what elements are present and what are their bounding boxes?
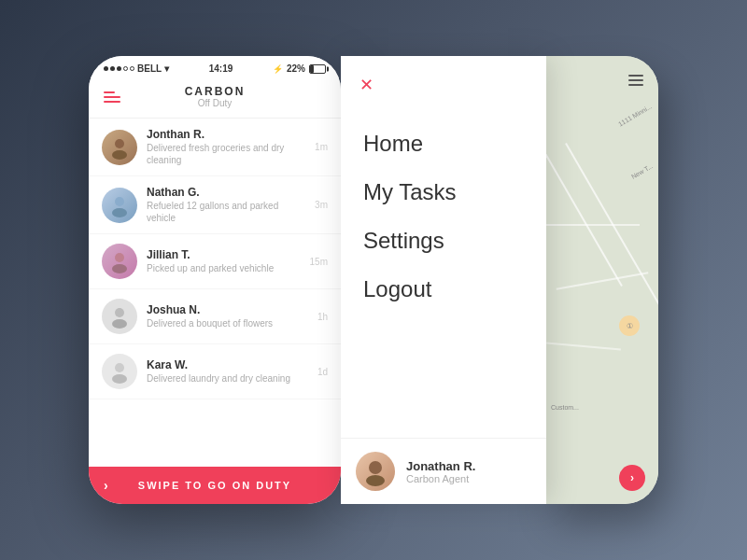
svg-point-2 (115, 197, 124, 206)
svg-point-7 (112, 319, 127, 329)
map-chevron-button[interactable]: › (619, 465, 645, 491)
activity-list: Jonthan R. Delivered fresh groceries and… (89, 119, 341, 467)
svg-point-4 (115, 253, 124, 262)
map-street-5 (546, 343, 621, 351)
status-left: BELL ▾ (104, 63, 169, 74)
header-title-group: CARBON Off Duty (185, 85, 246, 108)
avatar-svg-jillian (106, 248, 133, 274)
menu-user-avatar (356, 452, 395, 491)
activity-name-0: Jonthan R. (147, 128, 305, 141)
activity-item-0[interactable]: Jonthan R. Delivered fresh groceries and… (89, 119, 341, 176)
activity-item-4[interactable]: Kara W. Delivered laundry and dry cleani… (89, 344, 341, 399)
hamburger-line-3 (104, 101, 120, 103)
app-header: CARBON Off Duty (89, 77, 341, 119)
svg-point-11 (366, 475, 385, 486)
map-street-3 (546, 224, 640, 226)
map-panel: 1111 Minni... New T... ① Custom... › (546, 56, 658, 504)
app-name: CARBON (185, 85, 246, 98)
svg-point-6 (115, 308, 124, 317)
wifi-icon: ▾ (164, 63, 169, 74)
map-street-4 (557, 272, 649, 289)
signal-dot-4 (123, 66, 128, 71)
svg-point-8 (115, 363, 124, 372)
avatar-jillian (102, 244, 137, 279)
svg-point-0 (115, 139, 124, 148)
activity-content-3: Joshua N. Delivered a bouquet of flowers (147, 303, 308, 329)
menu-item-home[interactable]: Home (363, 123, 524, 164)
activity-item-1[interactable]: Nathan G. Refueled 12 gallons and parked… (89, 176, 341, 234)
svg-point-1 (112, 150, 127, 160)
menu-user-role: Carbon Agent (406, 473, 531, 484)
close-icon[interactable]: ✕ (359, 75, 374, 95)
map-hamburger-line-2 (628, 79, 643, 81)
avatar-nathan (102, 188, 137, 223)
avatar-jonthan (102, 130, 137, 165)
battery-percent: 22% (287, 63, 305, 74)
map-label-custom: Custom... (551, 404, 579, 411)
menu-user-name: Jonathan R. (406, 459, 531, 473)
activity-time-3: 1h (317, 312, 328, 322)
svg-point-9 (112, 374, 127, 384)
map-circle-1: ① (619, 315, 640, 336)
svg-point-3 (112, 208, 127, 217)
activity-desc-3: Delivered a bouquet of flowers (147, 317, 308, 329)
svg-point-5 (112, 264, 127, 273)
battery-icon (309, 64, 326, 74)
activity-time-1: 3m (315, 200, 328, 210)
menu-item-settings[interactable]: Settings (363, 220, 524, 261)
activity-time-4: 1d (317, 367, 328, 377)
activity-desc-2: Picked up and parked vehichle (147, 262, 301, 274)
activity-desc-1: Refueled 12 gallons and parked vehicle (147, 200, 305, 224)
map-street-1 (546, 124, 623, 287)
avatar-kara (102, 354, 137, 389)
signal-dots (104, 66, 134, 71)
avatar-svg-nathan (106, 192, 133, 218)
activity-content-1: Nathan G. Refueled 12 gallons and parked… (147, 186, 305, 224)
time-display: 14:19 (209, 63, 233, 74)
activity-name-4: Kara W. (147, 358, 308, 371)
swipe-chevron-icon: › (104, 478, 108, 493)
screens-container: BELL ▾ 14:19 ⚡ 22% CARBON Off Duty (89, 56, 658, 504)
menu-avatar-svg (360, 456, 390, 486)
avatar-svg-joshua (106, 303, 133, 329)
battery-fill (310, 65, 314, 73)
map-hamburger-line-1 (628, 75, 643, 77)
map-hamburger-line-3 (628, 84, 643, 86)
hamburger-line-2 (104, 96, 120, 98)
swipe-bar[interactable]: › SWIPE TO GO ON DUTY (89, 467, 341, 504)
avatar-svg-kara (106, 358, 133, 385)
swipe-text: SWIPE TO GO ON DUTY (138, 480, 291, 491)
menu-footer: Jonathan R. Carbon Agent (341, 438, 546, 504)
menu-user-info: Jonathan R. Carbon Agent (406, 459, 531, 484)
signal-dot-1 (104, 66, 108, 71)
status-bar: BELL ▾ 14:19 ⚡ 22% (89, 56, 341, 77)
map-hamburger-icon[interactable] (628, 75, 643, 86)
map-streets (546, 56, 658, 504)
carrier-label: BELL (137, 63, 162, 74)
avatar-joshua (102, 299, 137, 334)
phone-screen-left: BELL ▾ 14:19 ⚡ 22% CARBON Off Duty (89, 56, 341, 504)
activity-item-3[interactable]: Joshua N. Delivered a bouquet of flowers… (89, 289, 341, 344)
menu-panel: ✕ Home My Tasks Settings Logout Jonathan… (341, 56, 546, 504)
activity-name-2: Jillian T. (147, 248, 301, 261)
activity-name-3: Joshua N. (147, 303, 308, 316)
activity-content-2: Jillian T. Picked up and parked vehichle (147, 248, 301, 274)
menu-item-logout[interactable]: Logout (363, 269, 524, 310)
signal-dot-2 (110, 66, 115, 71)
menu-item-tasks[interactable]: My Tasks (363, 172, 524, 213)
activity-desc-4: Delivered laundry and dry cleaning (147, 372, 308, 385)
activity-item-2[interactable]: Jillian T. Picked up and parked vehichle… (89, 234, 341, 289)
signal-dot-3 (117, 66, 121, 71)
svg-point-10 (369, 461, 382, 474)
activity-time-2: 15m (310, 257, 328, 267)
activity-content-4: Kara W. Delivered laundry and dry cleani… (147, 358, 308, 385)
app-status: Off Duty (185, 98, 246, 108)
avatar-svg-jonthan (106, 134, 133, 161)
status-right: ⚡ 22% (273, 63, 326, 74)
hamburger-line-1 (104, 91, 115, 93)
activity-time-0: 1m (315, 142, 328, 152)
menu-header: ✕ (341, 56, 546, 105)
hamburger-icon[interactable] (104, 91, 120, 103)
menu-items: Home My Tasks Settings Logout (341, 105, 546, 438)
activity-name-1: Nathan G. (147, 186, 305, 199)
